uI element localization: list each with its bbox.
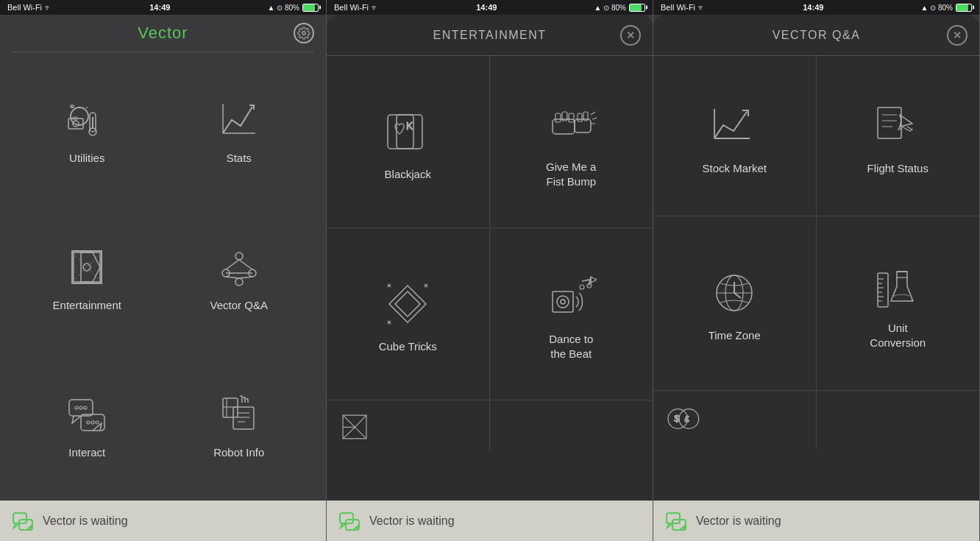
status-bar-main: Bell Wi-Fi ᯤ 14:49 ▲ ⊙ 80%: [0, 0, 326, 15]
stockmarket-icon: [705, 96, 764, 155]
bottom-bar-main: Vector is waiting: [0, 501, 326, 541]
app-header: Vector: [0, 15, 326, 52]
settings-button[interactable]: [294, 23, 314, 43]
utilities-icon: [61, 94, 113, 146]
svg-point-34: [87, 421, 90, 424]
paper-icon: [334, 406, 374, 447]
main-panel: Bell Wi-Fi ᯤ 14:49 ▲ ⊙ 80% Vector: [0, 0, 327, 541]
status-left-3: Bell Wi-Fi ᯤ: [661, 3, 706, 12]
status-time-2: 14:49: [476, 3, 497, 12]
status-right-3: ▲ ⊙ 80%: [921, 4, 972, 12]
fistbump-label: Give Me aFist Bump: [546, 160, 596, 188]
modal-item-currency[interactable]: $ £: [653, 391, 817, 450]
modal-item-conversion[interactable]: UnitConversion: [817, 216, 980, 391]
robot-icon: [213, 389, 265, 440]
entertainment-modal: ENTERTAINMENT ✕ K Blackjack: [327, 15, 653, 501]
stock-label: Stock Market: [702, 161, 767, 176]
menu-item-qna[interactable]: Vector Q&A: [167, 207, 312, 347]
dance-label: Dance tothe Beat: [549, 332, 593, 361]
waiting-status-entertainment: Vector is waiting: [369, 515, 455, 528]
timezone-label: Time Zone: [709, 328, 761, 343]
main-grid-menu: Utilities Stats: [0, 52, 326, 501]
qna-panel: Bell Wi-Fi ᯤ 14:49 ▲ ⊙ 80% VECTOR Q&A ✕: [653, 0, 980, 541]
svg-marker-73: [591, 277, 597, 283]
svg-point-0: [302, 32, 306, 35]
chat-status-icon: [12, 510, 34, 532]
status-time-3: 14:49: [803, 3, 823, 12]
gear-icon: [297, 26, 310, 40]
status-bar-entertainment: Bell Wi-Fi ᯤ 14:49 ▲ ⊙ 80%: [327, 0, 653, 15]
conversion-label: UnitConversion: [870, 321, 926, 350]
modal-item-timezone[interactable]: Time Zone: [653, 216, 817, 391]
modal-item-cube[interactable]: Cube Tricks: [327, 228, 490, 400]
interact-label: Interact: [68, 446, 105, 459]
modal-item-dance[interactable]: Dance tothe Beat: [490, 228, 653, 400]
modal-item-stock[interactable]: Stock Market: [653, 56, 817, 216]
status-left: Bell Wi-Fi ᯤ: [7, 3, 52, 12]
svg-line-24: [226, 260, 239, 269]
modal-item-fistbump[interactable]: Give Me aFist Bump: [490, 56, 653, 228]
status-left-2: Bell Wi-Fi ᯤ: [334, 3, 379, 12]
svg-line-26: [226, 277, 239, 278]
svg-point-70: [580, 285, 584, 289]
menu-item-entertainment[interactable]: Entertainment: [15, 207, 160, 347]
robot-info-label: Robot Info: [213, 446, 264, 459]
flight-icon: [868, 96, 927, 155]
chat-status-icon-2: [338, 510, 361, 532]
currency-icon: $ £: [661, 397, 705, 441]
svg-rect-53: [575, 119, 591, 132]
svg-line-88: [734, 293, 741, 298]
qna-icon: [213, 241, 265, 293]
stats-icon: [213, 94, 265, 146]
modal-header-qna: VECTOR Q&A ✕: [653, 15, 979, 56]
bottom-bar-qna: Vector is waiting: [653, 501, 979, 541]
svg-rect-89: [878, 273, 888, 307]
svg-marker-14: [72, 251, 102, 283]
battery-icon-2: [629, 4, 645, 12]
modal-item-blackjack[interactable]: K Blackjack: [327, 56, 490, 228]
svg-rect-67: [553, 291, 573, 312]
svg-marker-15: [74, 252, 100, 282]
menu-item-interact[interactable]: Interact: [15, 353, 160, 493]
timezone-icon: [705, 264, 764, 322]
status-bar-qna: Bell Wi-Fi ᯤ 14:49 ▲ ⊙ 80%: [653, 0, 979, 15]
battery-icon: [302, 4, 319, 12]
qna-grid: Stock Market: [653, 56, 979, 501]
svg-point-30: [75, 406, 78, 409]
svg-text:£: £: [685, 414, 690, 423]
blackjack-label: Blackjack: [385, 167, 431, 182]
status-time: 14:49: [149, 3, 170, 12]
svg-point-31: [79, 406, 82, 409]
app-title: Vector: [138, 24, 188, 43]
menu-item-robot-info[interactable]: Robot Info: [167, 353, 312, 493]
svg-marker-60: [395, 291, 420, 317]
status-right-2: ▲ ⊙ 80%: [594, 4, 645, 12]
menu-item-utilities[interactable]: Utilities: [15, 60, 160, 199]
close-qna-button[interactable]: ✕: [947, 25, 967, 46]
music-icon: [542, 267, 600, 326]
entertainment-panel: Bell Wi-Fi ᯤ 14:49 ▲ ⊙ 80% ENTERTAINMENT…: [327, 0, 653, 541]
interact-icon: [61, 389, 113, 440]
svg-rect-50: [555, 113, 561, 122]
svg-line-27: [239, 277, 252, 278]
svg-line-56: [591, 112, 595, 115]
entertainment-label: Entertainment: [53, 299, 121, 311]
modal-item-partial-entertainment[interactable]: [327, 400, 490, 452]
bottom-bar-entertainment: Vector is waiting: [327, 501, 653, 541]
svg-text:K: K: [406, 120, 413, 132]
svg-line-57: [592, 118, 597, 119]
entertainment-grid: K Blackjack: [327, 56, 653, 501]
svg-rect-3: [71, 105, 74, 107]
modal-title-entertainment: ENTERTAINMENT: [433, 29, 546, 42]
svg-marker-13: [72, 251, 102, 283]
menu-item-stats[interactable]: Stats: [167, 60, 312, 199]
modal-item-flight[interactable]: Flight Status: [817, 56, 980, 216]
qna-label: Vector Q&A: [210, 299, 268, 311]
close-entertainment-button[interactable]: ✕: [620, 25, 641, 46]
stats-label: Stats: [227, 152, 252, 164]
utilities-label: Utilities: [69, 152, 104, 164]
svg-point-35: [91, 421, 94, 424]
conversion-icon: [868, 256, 927, 315]
waiting-status-qna: Vector is waiting: [696, 515, 781, 528]
cube-label: Cube Tricks: [379, 339, 437, 354]
